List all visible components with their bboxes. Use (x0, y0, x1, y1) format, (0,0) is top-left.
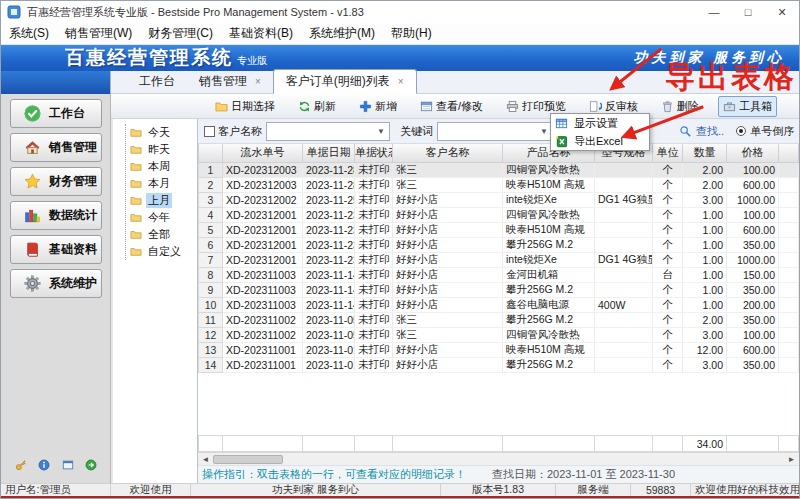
find-button[interactable]: 查找.. (679, 124, 724, 139)
radio-icon[interactable] (736, 126, 746, 136)
toolbar-button-label: 新增 (375, 99, 397, 114)
column-header-流水单号[interactable]: 流水单号 (223, 144, 303, 162)
column-header-单据日期[interactable]: 单据日期 (303, 144, 355, 162)
minimize-button[interactable]: — (697, 1, 731, 23)
table-row[interactable]: 11XD-2023110022023-11-05未打印张三攀升256G M.2个… (199, 312, 799, 327)
search-date-range: 查找日期：2023-11-01 至 2023-11-30 (492, 467, 675, 482)
sidebar-button-label: 系统维护 (49, 275, 97, 292)
toolbar-button-工具箱[interactable]: 工具箱 (718, 96, 777, 117)
tab-客户订单(明细)列表[interactable]: 客户订单(明细)列表× (273, 69, 417, 94)
sidebar-button-基础资料[interactable]: 基础资料 (10, 235, 102, 264)
main-column: 工作台销售管理×客户订单(明细)列表× 日期选择刷新新增查看/修改打印预览反审核… (111, 71, 799, 483)
stats-icon (24, 207, 41, 224)
horizontal-scrollbar[interactable]: ◄ ► (198, 452, 799, 465)
keyword-input[interactable]: ▼ (437, 122, 553, 141)
table-row[interactable]: 10XD-2023110032023-11-14未打印好好小店鑫谷电脑电源400… (199, 297, 799, 312)
cell-数量: 1.00 (683, 222, 727, 237)
sidebar-button-财务管理[interactable]: 财务管理 (10, 167, 102, 196)
menu-item-销售管理(W)[interactable]: 销售管理(W) (65, 25, 132, 42)
cell-型号规格 (595, 237, 653, 252)
column-header-单据状态[interactable]: 单据状态 (355, 144, 393, 162)
menu-item-系统(S)[interactable]: 系统(S) (9, 25, 49, 42)
table-row[interactable]: 14XD-2023110012023-11-01未打印好好小店攀升256G M.… (199, 357, 799, 372)
table-row[interactable]: 7XD-2023120012023-11-23未打印好好小店inte锐炬XeDG… (199, 252, 799, 267)
close-tab-icon[interactable]: × (255, 77, 261, 87)
sidebar-button-销售管理[interactable]: 销售管理 (10, 133, 102, 162)
tab-工作台[interactable]: 工作台 (127, 70, 187, 93)
window-title: 百惠经营管理系统专业版 - Bestside Pro Management Sy… (27, 5, 697, 20)
column-header-价格[interactable]: 价格 (727, 144, 779, 162)
status-port: 59883 (631, 484, 691, 496)
column-header-数量[interactable]: 数量 (683, 144, 727, 162)
menu-item-系统维护(M)[interactable]: 系统维护(M) (309, 25, 375, 42)
customer-name-select[interactable]: ▼ (266, 122, 390, 141)
window-button[interactable] (62, 459, 74, 473)
menu-item-显示设置[interactable]: 显示设置 (551, 114, 649, 132)
sidebar-button-数据统计[interactable]: 数据统计 (10, 201, 102, 230)
scroll-right-arrow-icon[interactable]: ► (785, 454, 798, 464)
scrollbar-thumb[interactable] (213, 455, 283, 464)
menu-item-导出Excel[interactable]: 导出Excel (551, 132, 649, 150)
tab-销售管理[interactable]: 销售管理× (187, 70, 273, 93)
sidebar-button-系统维护[interactable]: 系统维护 (10, 269, 102, 298)
tree-item-今年[interactable]: 今年 (126, 209, 197, 226)
tree-item-上月[interactable]: 上月 (126, 192, 197, 209)
table-row[interactable]: 2XD-2023120032023-11-28未打印张三映泰H510M 高规个2… (199, 177, 799, 192)
table-row[interactable]: 4XD-2023120012023-11-23未打印好好小店四铜管风冷散热个1.… (199, 207, 799, 222)
customer-name-checkbox[interactable] (204, 126, 215, 137)
sidebar-button-工作台[interactable]: 工作台 (10, 99, 102, 128)
cell-客户名称: 好好小店 (393, 207, 503, 222)
close-button[interactable]: ✕ (765, 1, 799, 23)
go-button[interactable] (85, 459, 97, 473)
toolbar-button-刷新[interactable]: 刷新 (294, 97, 340, 116)
scroll-left-arrow-icon[interactable]: ◄ (199, 454, 212, 464)
cell-型号规格: DG1 4G独显 (595, 192, 653, 207)
maximize-button[interactable]: □ (731, 1, 765, 23)
table-row[interactable]: 13XD-2023110012023-11-01未打印好好小店映泰H510M 高… (199, 342, 799, 357)
column-header-客户名称[interactable]: 客户名称 (393, 144, 503, 162)
table-row[interactable]: 12XD-2023110022023-11-05未打印张三四铜管风冷散热个3.0… (199, 327, 799, 342)
toolbar-button-日期选择[interactable]: 日期选择 (211, 97, 279, 116)
column-header-单位[interactable]: 单位 (653, 144, 683, 162)
cell-产品名称: 映泰H510M 高规 (503, 177, 595, 192)
cell-流水单号: XD-202312001 (223, 252, 303, 267)
cell-单据状态: 未打印 (355, 237, 393, 252)
cell-filler (779, 327, 799, 342)
info-button[interactable] (38, 459, 50, 473)
close-tab-icon[interactable]: × (398, 77, 404, 87)
tree-item-昨天[interactable]: 昨天 (126, 141, 197, 158)
tree-item-本月[interactable]: 本月 (126, 175, 197, 192)
tree-item-自定义[interactable]: 自定义 (126, 243, 197, 260)
row-number-cell: 14 (199, 357, 223, 372)
cell-价格: 100.00 (727, 327, 779, 342)
menu-item-基础资料(B)[interactable]: 基础资料(B) (229, 25, 293, 42)
toolbar-button-新增[interactable]: 新增 (355, 97, 401, 116)
tree-item-本周[interactable]: 本周 (126, 158, 197, 175)
toolbar-button-删除[interactable]: 删除 (657, 97, 703, 116)
sort-option-单号倒序[interactable]: 单号倒序 (736, 124, 794, 139)
cell-流水单号: XD-202311001 (223, 357, 303, 372)
cell-数量: 1.00 (683, 267, 727, 282)
table-row[interactable]: 8XD-2023110032023-11-14未打印好好小店金河田机箱台1.00… (199, 267, 799, 282)
table-row[interactable]: 6XD-2023120012023-11-23未打印好好小店攀升256G M.2… (199, 237, 799, 252)
menu-item-财务管理(C)[interactable]: 财务管理(C) (148, 25, 213, 42)
window-bottom-edge (1, 496, 799, 498)
cell-单据日期: 2023-11-01 (303, 342, 355, 357)
key-button[interactable] (15, 459, 27, 473)
table-row[interactable]: 9XD-2023110032023-11-14未打印好好小店攀升256G M.2… (199, 282, 799, 297)
menu-item-帮助(H)[interactable]: 帮助(H) (391, 25, 432, 42)
cell-型号规格 (595, 357, 653, 372)
toolbar-button-查看/修改[interactable]: 查看/修改 (416, 97, 487, 116)
body-row: 工作台销售管理财务管理数据统计基础资料系统维护 工作台销售管理×客户订单(明细)… (1, 71, 799, 483)
tree-item-今天[interactable]: 今天 (126, 124, 197, 141)
column-header-rownum[interactable] (199, 144, 223, 162)
table-row[interactable]: 5XD-2023120012023-11-23未打印好好小店映泰H510M 高规… (199, 222, 799, 237)
table-row[interactable]: 1XD-2023120032023-11-28未打印张三四铜管风冷散热个2.00… (199, 162, 799, 177)
cell-单据日期: 2023-11-14 (303, 267, 355, 282)
tree-item-全部[interactable]: 全部 (126, 226, 197, 243)
table-row[interactable]: 3XD-2023120022023-11-25未打印好好小店inte锐炬XeDG… (199, 192, 799, 207)
cell-单据状态: 未打印 (355, 282, 393, 297)
cell-数量: 1.00 (683, 237, 727, 252)
cell-价格: 600.00 (727, 222, 779, 237)
cell-单位: 个 (653, 357, 683, 372)
